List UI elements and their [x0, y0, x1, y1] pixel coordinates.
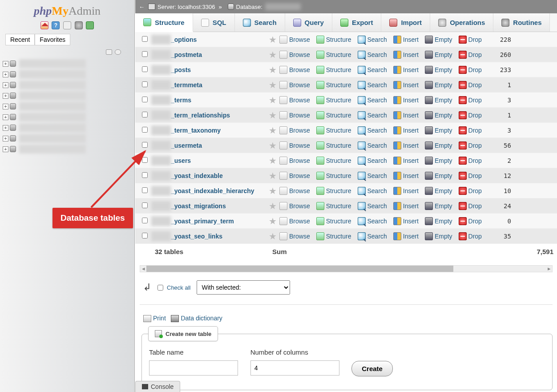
tab-structure[interactable]: Structure [135, 13, 193, 32]
expand-icon[interactable]: + [3, 72, 8, 77]
table-name-input[interactable] [149, 360, 238, 376]
empty-link[interactable]: Empty [425, 187, 452, 195]
drop-link[interactable]: Drop [459, 232, 482, 240]
favorite-star-icon[interactable]: ★ [269, 65, 279, 75]
tree-database-item[interactable]: + [3, 90, 132, 101]
row-checkbox[interactable] [142, 202, 148, 208]
insert-link[interactable]: Insert [393, 172, 419, 180]
browse-link[interactable]: Browse [279, 157, 310, 165]
row-checkbox[interactable] [142, 142, 148, 148]
insert-link[interactable]: Insert [393, 111, 419, 119]
database-name[interactable] [19, 102, 86, 111]
structure-link[interactable]: Structure [316, 96, 351, 104]
structure-link[interactable]: Structure [316, 81, 351, 89]
sql-log-icon[interactable] [63, 21, 71, 29]
search-link[interactable]: Search [358, 172, 387, 180]
structure-link[interactable]: Structure [316, 172, 351, 180]
search-link[interactable]: Search [358, 81, 387, 89]
insert-link[interactable]: Insert [393, 157, 419, 165]
row-checkbox[interactable] [142, 218, 148, 223]
favorites-button[interactable]: Favorites [35, 34, 70, 45]
help-icon[interactable]: ? [52, 21, 60, 29]
browse-link[interactable]: Browse [279, 172, 310, 180]
favorite-star-icon[interactable]: ★ [269, 34, 279, 45]
favorite-star-icon[interactable]: ★ [269, 95, 279, 105]
database-name[interactable] [19, 70, 86, 79]
row-checkbox[interactable] [142, 97, 148, 102]
table-name-link[interactable]: _termmeta [171, 81, 269, 89]
search-link[interactable]: Search [358, 232, 387, 240]
browse-link[interactable]: Browse [279, 66, 310, 74]
drop-link[interactable]: Drop [459, 157, 482, 165]
link-icon[interactable] [115, 49, 121, 55]
favorite-star-icon[interactable]: ★ [269, 155, 279, 166]
check-all-checkbox[interactable] [157, 285, 163, 291]
tree-database-item[interactable]: + [3, 80, 132, 90]
tab-routines[interactable]: Routines [493, 13, 550, 32]
breadcrumb-database-label[interactable]: Database: [236, 4, 262, 10]
insert-link[interactable]: Insert [393, 51, 419, 59]
search-link[interactable]: Search [358, 51, 387, 59]
structure-link[interactable]: Structure [316, 157, 351, 165]
browse-link[interactable]: Browse [279, 232, 310, 240]
structure-link[interactable]: Structure [316, 36, 351, 44]
data-dictionary-link[interactable]: Data dictionary [171, 315, 222, 322]
table-name-link[interactable]: _options [171, 36, 269, 43]
browse-link[interactable]: Browse [279, 36, 310, 44]
database-name[interactable] [19, 91, 86, 100]
scroll-right-icon[interactable]: ▸ [546, 266, 552, 272]
table-name-link[interactable]: _users [171, 157, 269, 164]
recent-button[interactable]: Recent [5, 34, 35, 45]
table-name-link[interactable]: _postmeta [171, 51, 269, 58]
row-checkbox[interactable] [142, 112, 148, 117]
breadcrumb-server[interactable]: Server: localhost:3306 [157, 4, 215, 10]
table-name-link[interactable]: _yoast_indexable [171, 172, 269, 179]
browse-link[interactable]: Browse [279, 217, 310, 225]
empty-link[interactable]: Empty [425, 81, 452, 89]
favorite-star-icon[interactable]: ★ [269, 170, 279, 181]
empty-link[interactable]: Empty [425, 111, 452, 119]
create-button[interactable]: Create [351, 361, 393, 376]
row-checkbox[interactable] [142, 66, 148, 72]
expand-icon[interactable]: + [3, 114, 8, 120]
settings-icon[interactable] [75, 21, 83, 29]
tab-query[interactable]: Query [285, 13, 332, 32]
browse-link[interactable]: Browse [279, 96, 310, 104]
tree-database-item[interactable]: + [3, 58, 132, 69]
drop-link[interactable]: Drop [459, 141, 482, 150]
expand-icon[interactable]: + [3, 93, 8, 99]
structure-link[interactable]: Structure [316, 66, 351, 74]
search-link[interactable]: Search [358, 126, 387, 134]
browse-link[interactable]: Browse [279, 111, 310, 119]
table-name-link[interactable]: _yoast_seo_links [171, 233, 269, 240]
structure-link[interactable]: Structure [316, 187, 351, 195]
empty-link[interactable]: Empty [425, 126, 452, 134]
insert-link[interactable]: Insert [393, 126, 419, 134]
browse-link[interactable]: Browse [279, 202, 310, 210]
search-link[interactable]: Search [358, 141, 387, 150]
expand-icon[interactable]: + [3, 61, 8, 67]
empty-link[interactable]: Empty [425, 157, 452, 165]
insert-link[interactable]: Insert [393, 36, 419, 44]
favorite-star-icon[interactable]: ★ [269, 125, 279, 136]
table-name-link[interactable]: _yoast_indexable_hierarchy [171, 187, 269, 194]
structure-link[interactable]: Structure [316, 202, 351, 210]
tree-database-item[interactable]: + [3, 144, 132, 154]
drop-link[interactable]: Drop [459, 187, 482, 195]
scroll-thumb[interactable] [146, 266, 453, 272]
database-name[interactable] [19, 59, 86, 68]
check-all-link[interactable]: Check all [167, 284, 190, 291]
structure-link[interactable]: Structure [316, 51, 351, 59]
insert-link[interactable]: Insert [393, 217, 419, 225]
scroll-left-icon[interactable]: ◂ [140, 266, 146, 272]
row-checkbox[interactable] [142, 172, 148, 178]
expand-icon[interactable]: + [3, 104, 8, 109]
empty-link[interactable]: Empty [425, 51, 452, 59]
reload-icon[interactable] [86, 21, 94, 29]
empty-link[interactable]: Empty [425, 66, 452, 74]
favorite-star-icon[interactable]: ★ [269, 140, 279, 151]
favorite-star-icon[interactable]: ★ [269, 231, 279, 242]
drop-link[interactable]: Drop [459, 81, 482, 89]
expand-icon[interactable]: + [3, 125, 8, 131]
table-name-link[interactable]: _usermeta [171, 142, 269, 149]
